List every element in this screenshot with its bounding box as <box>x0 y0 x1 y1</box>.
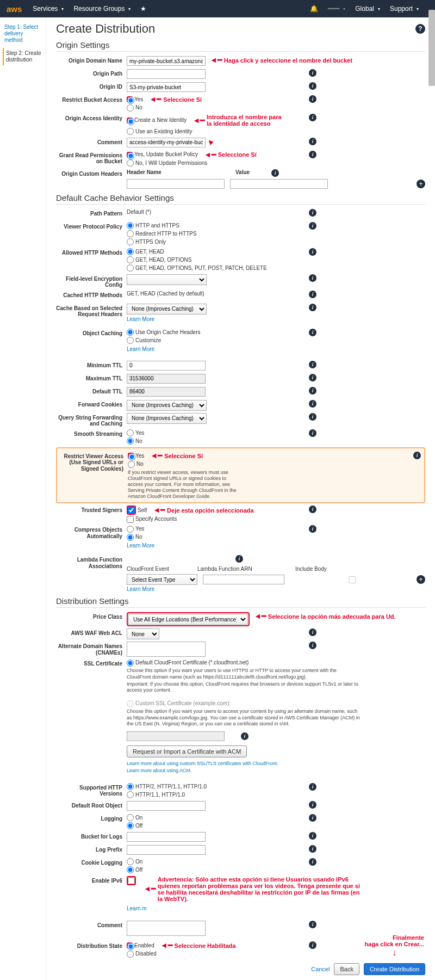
fle-select[interactable] <box>127 274 207 285</box>
dist-comment-input[interactable] <box>127 921 206 936</box>
info-icon[interactable]: i <box>309 642 316 649</box>
info-icon[interactable]: i <box>309 151 316 158</box>
learn-more-link[interactable]: Learn More <box>127 543 154 548</box>
create-distribution-button[interactable]: Create Distribution <box>364 963 425 975</box>
info-icon[interactable]: i <box>309 814 316 822</box>
info-icon[interactable]: i <box>309 832 316 840</box>
smooth-no-radio[interactable] <box>127 437 134 445</box>
info-icon[interactable]: i <box>309 209 316 217</box>
info-icon[interactable]: i <box>309 69 316 77</box>
compress-yes-radio[interactable] <box>127 526 134 533</box>
info-icon[interactable]: i <box>309 82 316 90</box>
lambda-event-select[interactable]: Select Event Type <box>127 574 197 585</box>
info-icon[interactable]: i <box>309 801 316 809</box>
info-icon[interactable]: i <box>309 845 316 853</box>
acm-button[interactable]: Request or Import a Certificate with ACM <box>127 745 247 757</box>
vpp-1-radio[interactable] <box>127 222 134 229</box>
cancel-link[interactable]: Cancel <box>311 966 330 972</box>
obj-1-radio[interactable] <box>127 329 134 336</box>
ssl-custom-radio[interactable] <box>127 700 134 707</box>
services-menu[interactable]: Services <box>33 5 64 13</box>
vpp-2-radio[interactable] <box>127 230 134 237</box>
support-menu[interactable]: Support <box>390 5 419 13</box>
grant-no-radio[interactable] <box>127 159 134 167</box>
back-button[interactable]: Back <box>334 963 359 975</box>
vpp-3-radio[interactable] <box>127 238 134 245</box>
help-icon[interactable]: ? <box>415 24 425 34</box>
lambda-body-check[interactable] <box>312 576 393 583</box>
cookie-log-on-radio[interactable] <box>127 858 134 865</box>
info-icon[interactable]: i <box>309 274 316 282</box>
oai-create-radio[interactable] <box>127 118 134 125</box>
origin-domain-input[interactable] <box>127 56 206 66</box>
add-lambda-button[interactable]: + <box>417 575 425 584</box>
prefix-input[interactable] <box>127 845 206 855</box>
region-menu[interactable]: Global <box>355 5 380 13</box>
qs-select[interactable]: None (Improves Caching) <box>127 413 207 424</box>
info-icon[interactable]: i <box>309 222 316 230</box>
bucket-logs-input[interactable] <box>127 832 206 842</box>
state-disabled-radio[interactable] <box>127 951 134 958</box>
max-ttl-input[interactable] <box>127 374 206 384</box>
acm-learn-link2[interactable]: Learn more about using ACM. <box>127 768 192 773</box>
root-input[interactable] <box>127 801 206 811</box>
cookie-log-off-radio[interactable] <box>127 866 134 873</box>
signers-specify-check[interactable] <box>127 516 134 523</box>
header-name-input[interactable] <box>127 179 225 189</box>
lambda-arn-input[interactable] <box>203 575 284 584</box>
learn-more-link[interactable]: Learn More <box>127 586 425 592</box>
info-icon[interactable]: i <box>309 506 316 513</box>
account-menu[interactable]: ━━━ <box>328 5 345 13</box>
methods-1-radio[interactable] <box>127 248 134 255</box>
info-icon[interactable]: i <box>309 374 316 381</box>
def-ttl-input[interactable] <box>127 387 206 397</box>
waf-select[interactable]: None <box>127 628 159 639</box>
compress-no-radio[interactable] <box>127 534 134 541</box>
restrict-yes-radio[interactable] <box>127 97 134 104</box>
info-icon[interactable]: i <box>309 304 316 311</box>
learn-more-link[interactable]: Learn More <box>127 346 201 352</box>
learn-more-link[interactable]: Learn More <box>127 316 207 322</box>
info-icon[interactable]: i <box>309 248 316 256</box>
signers-self-check[interactable] <box>128 507 135 514</box>
info-icon[interactable]: i <box>309 941 316 949</box>
info-icon[interactable]: i <box>271 169 279 177</box>
info-icon[interactable]: i <box>309 114 316 121</box>
add-header-button[interactable]: + <box>417 180 425 188</box>
comment-input[interactable] <box>127 138 206 147</box>
origin-path-input[interactable] <box>127 69 206 79</box>
learn-more-link[interactable]: Learn m <box>127 905 147 911</box>
info-icon[interactable]: i <box>309 858 316 866</box>
restrict-no-radio[interactable] <box>127 104 134 112</box>
obj-2-radio[interactable] <box>127 337 134 344</box>
info-icon[interactable]: i <box>309 95 316 103</box>
info-icon[interactable]: i <box>413 452 421 459</box>
logging-on-radio[interactable] <box>127 814 134 821</box>
info-icon[interactable]: i <box>309 921 316 928</box>
oai-use-radio[interactable] <box>127 128 134 135</box>
smooth-yes-radio[interactable] <box>127 429 134 436</box>
rva-no-radio[interactable] <box>128 461 135 468</box>
info-icon[interactable]: i <box>309 361 316 368</box>
price-select[interactable]: Use All Edge Locations (Best Performance… <box>128 614 248 625</box>
info-icon[interactable]: i <box>309 429 316 437</box>
info-icon[interactable]: i <box>309 291 316 298</box>
http-ver-2-radio[interactable] <box>127 791 134 798</box>
rva-yes-radio[interactable] <box>128 453 135 460</box>
cnames-input[interactable] <box>127 642 206 657</box>
http-ver-1-radio[interactable] <box>127 783 134 790</box>
step-1[interactable]: Step 1: Select delivery method <box>3 22 43 46</box>
info-icon[interactable]: i <box>309 400 316 408</box>
cbsr-select[interactable]: None (Improves Caching) <box>127 304 207 315</box>
info-icon[interactable]: i <box>309 413 316 421</box>
info-icon[interactable]: i <box>235 555 243 563</box>
ssl-default-radio[interactable] <box>127 660 134 667</box>
origin-id-input[interactable] <box>127 82 206 92</box>
min-ttl-input[interactable] <box>127 361 206 371</box>
aws-logo[interactable]: aws <box>7 4 22 14</box>
acm-learn-link[interactable]: Learn more about using custom SSL/TLS ce… <box>127 761 278 766</box>
methods-2-radio[interactable] <box>127 256 134 263</box>
header-value-input[interactable] <box>230 179 328 189</box>
notifications-icon[interactable]: 🔔 <box>310 5 318 13</box>
resource-groups-menu[interactable]: Resource Groups <box>73 5 130 13</box>
